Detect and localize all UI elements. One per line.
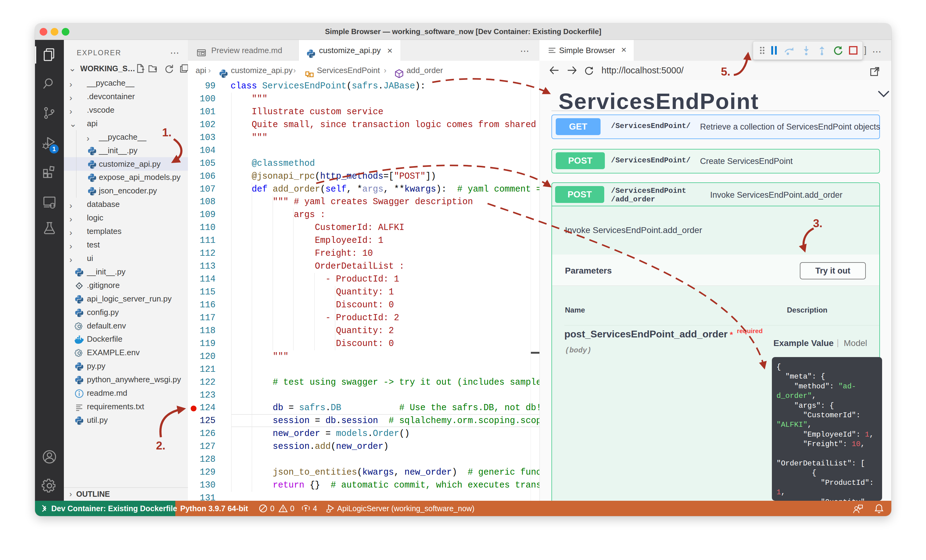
svg-text:2.: 2. [156,439,165,452]
svg-text:3.: 3. [813,217,823,230]
svg-text:5.: 5. [721,65,731,78]
svg-text:1.: 1. [162,126,172,139]
